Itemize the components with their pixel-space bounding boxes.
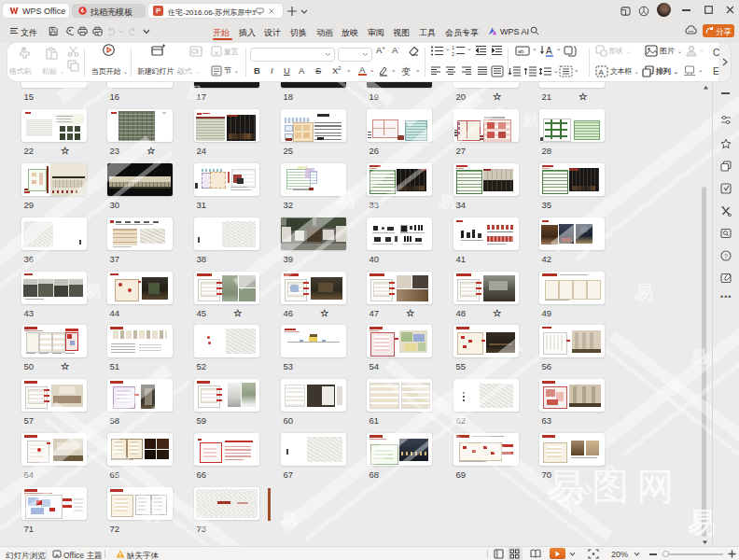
svg-text:?: ? bbox=[724, 253, 728, 259]
svg-text:A: A bbox=[546, 46, 552, 56]
svg-text:变: 变 bbox=[401, 66, 411, 77]
svg-text:2: 2 bbox=[452, 51, 454, 57]
svg-text:A: A bbox=[598, 68, 604, 77]
svg-text:1: 1 bbox=[452, 45, 454, 50]
svg-text:ab: ab bbox=[518, 49, 524, 54]
